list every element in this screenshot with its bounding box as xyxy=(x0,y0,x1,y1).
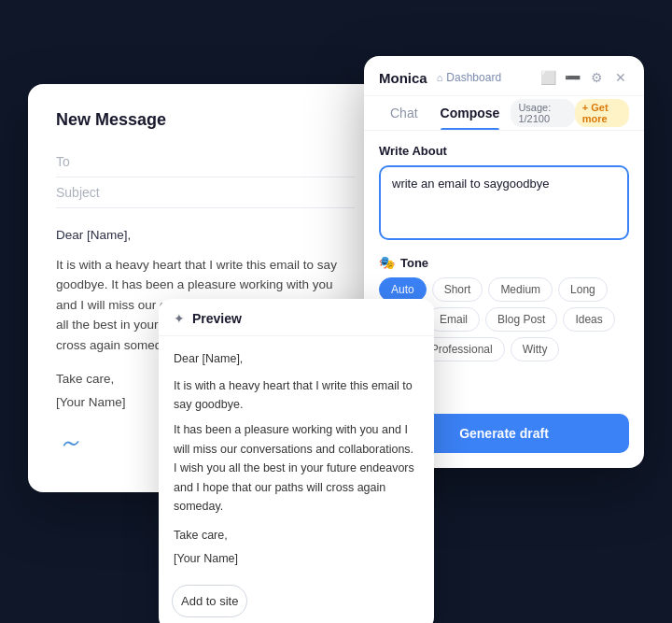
tab-chat[interactable]: Chat xyxy=(379,96,429,130)
home-icon: ⌂ xyxy=(437,72,443,83)
type-email-button[interactable]: Email xyxy=(427,307,480,332)
tone-label: Tone xyxy=(400,256,428,270)
preview-body-line-2: It has been a pleasure working with you … xyxy=(174,420,419,517)
preview-card: ✦ Preview Dear [Name], It is with a heav… xyxy=(159,299,434,623)
monica-header: Monica ⌂ Dashboard ⬜ ➖ ⚙ ✕ xyxy=(364,56,644,96)
handwritten-signature: ～ xyxy=(54,421,84,465)
preview-body-line-1: It is with a heavy heart that I write th… xyxy=(174,376,419,415)
usage-label: Usage: 1/2100 xyxy=(518,102,567,124)
tone-long-button[interactable]: Long xyxy=(558,277,608,302)
close-button[interactable]: ✕ xyxy=(612,69,629,86)
dashboard-link[interactable]: ⌂ Dashboard xyxy=(437,71,501,84)
email-to-field[interactable]: To xyxy=(56,147,355,177)
tone-medium-button[interactable]: Medium xyxy=(488,277,553,302)
write-about-input[interactable]: write an email to saygoodbye xyxy=(379,165,629,240)
preview-signature: [Your Name] xyxy=(174,549,419,569)
email-card-title: New Message xyxy=(56,110,355,130)
preview-title: Preview xyxy=(192,311,242,326)
header-controls: ⬜ ➖ ⚙ ✕ xyxy=(539,69,629,86)
get-more-button[interactable]: + Get more xyxy=(575,99,629,127)
type-blog-post-button[interactable]: Blog Post xyxy=(485,307,557,332)
style-witty-button[interactable]: Witty xyxy=(511,337,560,361)
email-subject-field[interactable]: Subject xyxy=(56,177,355,208)
settings-button[interactable]: ⚙ xyxy=(588,69,605,86)
email-greeting: Dear [Name], xyxy=(56,225,355,246)
expand-button[interactable]: ⬜ xyxy=(539,69,556,86)
minimize-button[interactable]: ➖ xyxy=(564,69,581,86)
type-ideas-button[interactable]: Ideas xyxy=(563,307,614,332)
preview-greeting: Dear [Name], xyxy=(174,349,419,369)
tone-short-button[interactable]: Short xyxy=(432,277,483,302)
write-about-label: Write About xyxy=(379,144,629,158)
dashboard-label: Dashboard xyxy=(446,71,501,84)
preview-header: ✦ Preview xyxy=(159,299,434,336)
tone-icon: 🎭 xyxy=(379,255,395,270)
preview-body: Dear [Name], It is with a heavy heart th… xyxy=(159,336,434,581)
usage-badge: Usage: 1/2100 xyxy=(511,99,574,127)
preview-signoff: Take care, xyxy=(174,526,419,545)
spinner-icon: ✦ xyxy=(174,311,185,326)
tab-compose[interactable]: Compose xyxy=(429,96,511,130)
tone-header: 🎭 Tone xyxy=(379,255,629,270)
monica-logo: Monica xyxy=(379,70,427,86)
add-to-site-button[interactable]: Add to site xyxy=(172,585,247,617)
monica-tabs: Chat Compose Usage: 1/2100 + Get more xyxy=(364,96,644,131)
